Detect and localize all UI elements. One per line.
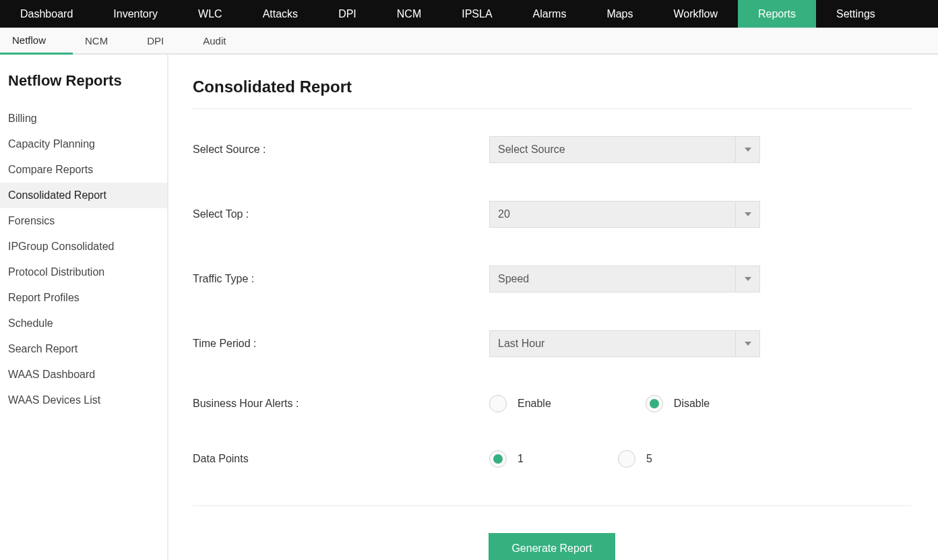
sidebar-item-ipgroup-consolidated[interactable]: IPGroup Consolidated [0,234,167,259]
sidebar-item-waas-dashboard[interactable]: WAAS Dashboard [0,362,167,387]
sidebar-item-capacity-planning[interactable]: Capacity Planning [0,131,167,157]
topnav-item-dpi[interactable]: DPI [318,0,377,28]
sidebar-title: Netflow Reports [0,72,167,106]
label-traffic-type: Traffic Type : [193,273,489,285]
radio-bha-disable[interactable]: Disable [646,395,710,412]
topnav-item-ncm[interactable]: NCM [377,0,441,28]
select-top[interactable]: 20 [489,201,760,228]
subnav-item-ncm[interactable]: NCM [73,28,135,55]
topnav-item-attacks[interactable]: Attacks [243,0,318,28]
radio-bha-enable[interactable]: Enable [489,395,551,412]
select-traffic-type-value: Speed [490,273,735,285]
topnav-item-settings[interactable]: Settings [816,0,896,28]
radio-label: Disable [674,398,710,410]
select-time-period[interactable]: Last Hour [489,330,760,357]
subnav-item-dpi[interactable]: DPI [135,28,191,55]
generate-report-button[interactable]: Generate Report [489,533,615,560]
top-nav: DashboardInventoryWLCAttacksDPINCMIPSLAA… [0,0,938,28]
sidebar-item-waas-devices-list[interactable]: WAAS Devices List [0,387,167,413]
topnav-item-inventory[interactable]: Inventory [93,0,178,28]
radio-points-1[interactable]: 1 [489,450,524,468]
label-select-source: Select Source : [193,144,489,156]
subnav-item-netflow[interactable]: Netflow [0,28,73,55]
label-data-points: Data Points [193,453,489,465]
label-business-hour-alerts: Business Hour Alerts : [193,398,489,410]
select-time-period-value: Last Hour [490,338,735,350]
sidebar-item-search-report[interactable]: Search Report [0,336,167,362]
label-select-top: Select Top : [193,208,489,220]
select-traffic-type[interactable]: Speed [489,266,760,292]
radio-points-5[interactable]: 5 [618,450,652,468]
sidebar-item-protocol-distribution[interactable]: Protocol Distribution [0,259,167,285]
main-content: Consolidated Report Select Source : Sele… [168,55,938,560]
chevron-down-icon [735,266,759,292]
topnav-item-reports[interactable]: Reports [738,0,816,28]
topnav-item-wlc[interactable]: WLC [178,0,243,28]
sidebar-item-compare-reports[interactable]: Compare Reports [0,157,167,183]
radio-icon [489,450,507,468]
chevron-down-icon [735,331,759,356]
sidebar-item-report-profiles[interactable]: Report Profiles [0,285,167,311]
chevron-down-icon [735,201,759,227]
sidebar-item-schedule[interactable]: Schedule [0,311,167,336]
topnav-item-maps[interactable]: Maps [586,0,653,28]
label-time-period: Time Period : [193,338,489,350]
select-source-value: Select Source [490,144,735,156]
subnav-item-audit[interactable]: Audit [191,28,253,55]
radio-label: 1 [518,453,524,465]
topnav-item-dashboard[interactable]: Dashboard [0,0,93,28]
radio-label: Enable [518,398,551,410]
radio-icon [618,450,635,468]
sidebar-item-billing[interactable]: Billing [0,106,167,131]
sub-nav: NetflowNCMDPIAudit [0,28,938,55]
radio-icon [646,395,663,412]
radio-label: 5 [646,453,652,465]
topnav-item-ipsla[interactable]: IPSLA [441,0,512,28]
select-top-value: 20 [490,208,735,220]
radio-icon [489,395,507,412]
sidebar-item-forensics[interactable]: Forensics [0,208,167,234]
chevron-down-icon [735,137,759,162]
page-title: Consolidated Report [193,77,911,109]
sidebar: Netflow Reports BillingCapacity Planning… [0,55,168,560]
topnav-item-workflow[interactable]: Workflow [654,0,739,28]
sidebar-item-consolidated-report[interactable]: Consolidated Report [0,183,167,208]
topnav-item-alarms[interactable]: Alarms [513,0,587,28]
select-source[interactable]: Select Source [489,136,760,163]
